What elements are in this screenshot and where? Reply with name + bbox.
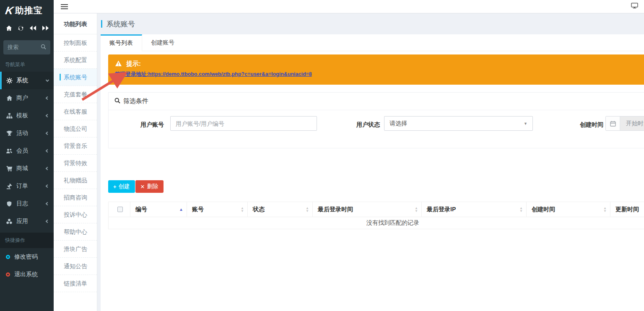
sidebar-item-activity[interactable]: 活动 <box>0 124 54 142</box>
alert-title-row: 提示: <box>115 60 644 68</box>
sidebar-item-member[interactable]: 会员 <box>0 142 54 160</box>
func-item-online-service[interactable]: 在线客服 <box>54 103 97 120</box>
filter-panel: 筛选条件 用户账号 用户状态 请选择 ▼ 创建时间 开始时间 - 结束时间 <box>108 92 644 148</box>
brand-logo[interactable]: K 助推宝 <box>0 0 54 21</box>
func-item-control-panel[interactable]: 控制面板 <box>54 34 97 52</box>
search-placeholder: 搜索 <box>8 44 18 51</box>
delete-button[interactable]: ✕ 删除 <box>135 180 164 193</box>
circle-o-icon <box>6 272 10 277</box>
sitemap-icon <box>6 112 13 119</box>
column-header-id[interactable]: 编号▲ <box>130 202 187 217</box>
chevron-left-icon <box>46 202 49 205</box>
sidebar-item-log[interactable]: 日志 <box>0 195 54 213</box>
sidebar-item-change-password[interactable]: 修改密码 <box>0 248 54 266</box>
admin-login-url-link[interactable]: https://demo.ttbobo.com/web/ztb.php?c=us… <box>148 71 312 77</box>
func-item-investment[interactable]: 招商咨询 <box>54 189 97 206</box>
sidebar-item-label: 应用 <box>16 218 28 225</box>
account-label: 用户账号 <box>130 117 164 132</box>
forward-icon[interactable] <box>42 25 49 31</box>
search-icon <box>114 98 120 105</box>
filter-header: 筛选条件 <box>109 93 644 110</box>
alert-link-line: 管理登录地址:https://demo.ttbobo.com/web/ztb.p… <box>115 71 644 78</box>
func-item-system-config[interactable]: 系统配置 <box>54 52 97 69</box>
empty-state-message: 没有找到匹配的记录 <box>109 217 644 229</box>
tab-account-list[interactable]: 账号列表 <box>101 34 142 51</box>
column-header-account[interactable]: 账号▲▼ <box>187 202 248 217</box>
account-input[interactable] <box>170 116 317 131</box>
menu-toggle-icon[interactable] <box>61 3 68 10</box>
func-item-logistics[interactable]: 物流公司 <box>54 120 97 137</box>
accounts-table: 编号▲ 账号▲▼ 状态▲▼ 最后登录时间▲▼ 最后登录IP▲▼ 创建时间▲▼ 更… <box>108 202 644 229</box>
shield-icon <box>6 200 13 207</box>
calendar-icon <box>606 117 620 130</box>
column-header-update-time[interactable]: 更新时间▲▼ <box>610 202 644 217</box>
chevron-left-icon <box>46 114 49 117</box>
sidebar-item-order[interactable]: 订单 <box>0 177 54 195</box>
func-item-slider-ads[interactable]: 滑块广告 <box>54 241 97 258</box>
backward-icon[interactable] <box>29 25 36 31</box>
sidebar-item-mall[interactable]: 商城 <box>0 160 54 177</box>
refresh-icon[interactable] <box>18 25 24 31</box>
func-item-bg-music[interactable]: 背景音乐 <box>54 137 97 155</box>
chevron-left-icon <box>46 96 49 100</box>
column-header-status[interactable]: 状态▲▼ <box>248 202 313 217</box>
sidebar-shortcut-icons <box>0 21 54 36</box>
column-header-create-time[interactable]: 创建时间▲▼ <box>527 202 610 217</box>
warning-triangle-icon <box>115 60 122 68</box>
sort-icon: ▲▼ <box>603 207 607 213</box>
monitor-icon[interactable] <box>631 3 638 10</box>
sidebar-item-label: 会员 <box>16 147 28 155</box>
caret-down-icon: ▼ <box>524 122 527 126</box>
alert-warning: 提示: 管理登录地址:https://demo.ttbobo.com/web/z… <box>108 54 644 85</box>
func-item-announcements[interactable]: 通知公告 <box>54 258 97 275</box>
sidebar-item-label: 系统 <box>16 77 28 84</box>
chevron-left-icon <box>46 132 49 135</box>
brand-logo-text: 助推宝 <box>15 5 43 16</box>
column-header-last-login-ip[interactable]: 最后登录IP▲▼ <box>422 202 527 217</box>
sidebar-item-logout[interactable]: 退出系统 <box>0 266 54 283</box>
func-item-recharge-package[interactable]: 充值套餐 <box>54 86 97 103</box>
users-icon <box>6 148 13 154</box>
search-icon[interactable] <box>41 44 46 51</box>
tab-create-account[interactable]: 创建账号 <box>142 34 183 51</box>
date-range-input[interactable]: 开始时间 - 结束时间 <box>605 116 644 131</box>
sort-icon: ▲▼ <box>306 207 309 213</box>
func-item-link-list[interactable]: 链接清单 <box>54 275 97 292</box>
sidebar-search[interactable]: 搜索 <box>3 40 50 54</box>
chevron-left-icon <box>46 220 49 223</box>
sidebar-item-template[interactable]: 模板 <box>0 107 54 124</box>
status-select-value: 请选择 <box>390 120 407 127</box>
sort-icon: ▲▼ <box>519 207 523 213</box>
home-icon[interactable] <box>6 25 12 31</box>
sidebar-item-app[interactable]: 应用 <box>0 213 54 230</box>
sidebar-item-merchant[interactable]: 商户 <box>0 89 54 107</box>
func-item-help-center[interactable]: 帮助中心 <box>54 223 97 241</box>
empty-state-row: 没有找到匹配的记录 <box>109 217 644 229</box>
func-item-gifts[interactable]: 礼物赠品 <box>54 172 97 189</box>
status-select[interactable]: 请选择 ▼ <box>384 116 533 131</box>
brand-logo-letter: K <box>4 4 15 17</box>
func-item-complaints[interactable]: 投诉中心 <box>54 206 97 223</box>
status-label: 用户状态 <box>346 117 380 132</box>
column-header-last-login-time[interactable]: 最后登录时间▲▼ <box>313 202 422 217</box>
func-item-bg-effects[interactable]: 背景特效 <box>54 155 97 172</box>
select-all-checkbox[interactable] <box>117 207 123 212</box>
sidebar-item-system[interactable]: 系统 <box>0 72 54 89</box>
column-label: 编号 <box>135 206 147 213</box>
page-title: 系统账号 <box>106 19 135 29</box>
home-icon <box>6 95 13 101</box>
chevron-left-icon <box>46 149 49 153</box>
sidebar-item-label: 日志 <box>16 200 28 207</box>
sidebar-item-label: 商城 <box>16 165 28 172</box>
cart-icon <box>6 165 13 172</box>
select-all-checkbox-cell[interactable] <box>109 202 130 217</box>
create-button[interactable]: + 创建 <box>108 180 135 193</box>
function-list-title: 功能列表 <box>54 13 97 34</box>
main-sidebar: K 助推宝 搜索 导航菜单 系统 商户 模板 活动 会员 商城 <box>0 0 54 311</box>
sidebar-item-label: 商户 <box>16 94 28 102</box>
sort-icon: ▲▼ <box>241 207 244 213</box>
func-item-system-account[interactable]: 系统账号 <box>54 69 97 86</box>
plus-icon: + <box>113 184 117 190</box>
column-label: 更新时间 <box>615 206 639 213</box>
function-list-sidebar: 功能列表 控制面板 系统配置 系统账号 充值套餐 在线客服 物流公司 背景音乐 … <box>54 13 97 311</box>
